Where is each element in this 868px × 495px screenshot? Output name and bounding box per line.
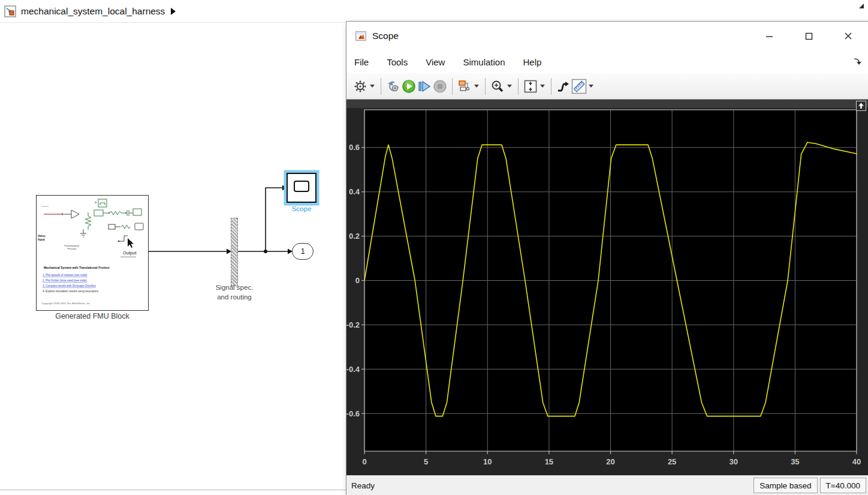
x-tick-label: 35 bbox=[791, 457, 799, 466]
step-back-button[interactable] bbox=[385, 79, 401, 94]
status-sim-time: T=40.000 bbox=[820, 478, 866, 493]
fmu-thumbnail: w Veloc. Input Translational Friction Ou… bbox=[37, 196, 147, 310]
branch-dot bbox=[264, 250, 267, 253]
x-tick-label: 20 bbox=[606, 457, 614, 466]
fmu-annotation-title: Mechanical System with Translational Fri… bbox=[44, 266, 109, 269]
status-message: Ready bbox=[351, 481, 375, 490]
highlight-block-caret[interactable] bbox=[472, 79, 481, 94]
close-button[interactable] bbox=[828, 22, 868, 50]
gear-icon bbox=[354, 80, 367, 93]
window-controls bbox=[749, 22, 868, 50]
caret-down-icon bbox=[589, 85, 593, 88]
fmu-block-caption: Generated FMU Block bbox=[36, 312, 149, 320]
fit-view-icon bbox=[523, 79, 538, 94]
step-forward-button[interactable] bbox=[417, 79, 432, 94]
fmu-copyright: Copyright 2018-2020 The MathWorks, Inc. bbox=[41, 302, 91, 305]
measurements-button[interactable] bbox=[571, 79, 587, 94]
y-tick-label: 0 bbox=[355, 276, 360, 285]
canvas-bottom-edge bbox=[0, 490, 346, 490]
x-tick-label: 0 bbox=[362, 457, 366, 466]
fmu-output-label: Output bbox=[123, 250, 137, 256]
toolbar-separator bbox=[381, 78, 381, 95]
x-tick-label: 30 bbox=[730, 457, 738, 466]
breadcrumb-model-name[interactable]: mechanical_system_local_harness bbox=[21, 6, 165, 17]
fmu-annotation-link[interactable]: 1. Plot speeds of masses (see code) bbox=[43, 274, 88, 277]
zoom-caret[interactable] bbox=[505, 79, 514, 94]
x-tick-label: 15 bbox=[545, 457, 553, 466]
expand-panel-button[interactable] bbox=[856, 101, 866, 111]
y-tick-label: 0.4 bbox=[349, 187, 360, 196]
y-tick-label: 0.6 bbox=[349, 143, 360, 152]
dock-arrow-icon[interactable] bbox=[852, 57, 862, 67]
x-tick-label: 25 bbox=[668, 457, 676, 466]
x-tick-label: 5 bbox=[424, 457, 428, 466]
svg-text:Input: Input bbox=[38, 238, 45, 241]
caret-down-icon bbox=[507, 85, 512, 88]
signal-line bbox=[266, 188, 283, 251]
fmu-source-label: w bbox=[95, 201, 97, 204]
arrow-up-icon bbox=[858, 103, 864, 109]
measurements-caret[interactable] bbox=[587, 79, 595, 94]
caret-down-icon bbox=[540, 85, 545, 88]
trigger-button[interactable] bbox=[556, 79, 571, 94]
menu-file[interactable]: File bbox=[354, 57, 369, 67]
x-tick-label: 10 bbox=[483, 457, 492, 466]
scope-block[interactable] bbox=[287, 173, 317, 203]
minimize-icon bbox=[765, 32, 773, 40]
outport-1[interactable]: 1 bbox=[292, 243, 314, 260]
settings-button[interactable] bbox=[352, 79, 368, 94]
matlab-scope-icon bbox=[355, 31, 366, 41]
trigger-icon bbox=[556, 79, 571, 94]
menu-tools[interactable]: Tools bbox=[387, 57, 408, 67]
caret-down-icon bbox=[370, 85, 375, 88]
scope-statusbar: Ready Sample based T=40.000 bbox=[346, 475, 868, 495]
menu-simulation[interactable]: Simulation bbox=[463, 57, 505, 67]
y-tick-label: 0.2 bbox=[349, 232, 360, 241]
scope-block-label: Scope bbox=[284, 205, 319, 212]
fmu-annotation-link[interactable]: 3. Compare results with Simscape Driveli… bbox=[43, 284, 96, 287]
fmu-annotation-link[interactable]: 2. Plot friction force used (see code) bbox=[43, 279, 87, 282]
fmu-annotation-line: 4. Explore simulation results using ssce… bbox=[43, 290, 98, 293]
step-forward-icon bbox=[417, 79, 432, 94]
signal-spec-block[interactable] bbox=[231, 218, 238, 286]
signal-spec-label: Signal spec. and routing bbox=[204, 283, 264, 302]
status-cells: Sample based T=40.000 bbox=[754, 478, 866, 493]
hide-panel-arrow-icon[interactable] bbox=[858, 2, 865, 10]
run-icon bbox=[402, 79, 416, 94]
scope-window-title: Scope bbox=[372, 31, 399, 41]
toolbar-separator bbox=[452, 78, 453, 95]
scope-toolbar bbox=[346, 73, 868, 100]
y-tick-label: -0.2 bbox=[346, 320, 360, 329]
scope-plot[interactable]: 05101520253035400.60.40.20-0.2-0.4-0.6 bbox=[346, 100, 868, 475]
run-button[interactable] bbox=[401, 79, 417, 94]
toolbar-separator bbox=[518, 78, 519, 95]
simulink-app: w Veloc. Input Translational Friction Ou… bbox=[0, 0, 868, 495]
breadcrumb: mechanical_system_local_harness bbox=[0, 0, 868, 23]
fit-view-caret[interactable] bbox=[538, 79, 547, 94]
status-sample-mode: Sample based bbox=[754, 478, 817, 493]
mouse-cursor-icon bbox=[128, 238, 134, 248]
menu-help[interactable]: Help bbox=[523, 57, 542, 67]
scope-menubar: File Tools View Simulation Help bbox=[346, 50, 868, 73]
highlight-block-button[interactable] bbox=[457, 79, 472, 94]
scope-display-area: 05101520253035400.60.40.20-0.2-0.4-0.6 bbox=[346, 100, 868, 475]
minimize-button[interactable] bbox=[749, 22, 789, 50]
settings-caret[interactable] bbox=[368, 79, 376, 94]
toolbar-separator bbox=[485, 78, 486, 95]
fmu-input-label: Veloc. bbox=[38, 235, 46, 238]
zoom-button[interactable] bbox=[490, 79, 505, 94]
stop-icon bbox=[433, 79, 447, 94]
generated-fmu-block[interactable]: w Veloc. Input Translational Friction Ou… bbox=[36, 195, 149, 311]
menu-view[interactable]: View bbox=[426, 57, 445, 67]
y-tick-label: -0.4 bbox=[346, 365, 360, 374]
step-back-icon bbox=[386, 79, 400, 94]
zoom-in-icon bbox=[490, 79, 505, 94]
stop-button[interactable] bbox=[432, 79, 448, 94]
fit-view-button[interactable] bbox=[523, 79, 538, 94]
scope-window: Scope File Tools View Simul bbox=[346, 22, 868, 495]
svg-text:Friction: Friction bbox=[68, 247, 77, 250]
maximize-button[interactable] bbox=[789, 22, 828, 50]
close-icon bbox=[844, 32, 852, 40]
scope-titlebar[interactable]: Scope bbox=[346, 22, 868, 50]
breadcrumb-arrow-icon[interactable] bbox=[171, 8, 176, 15]
